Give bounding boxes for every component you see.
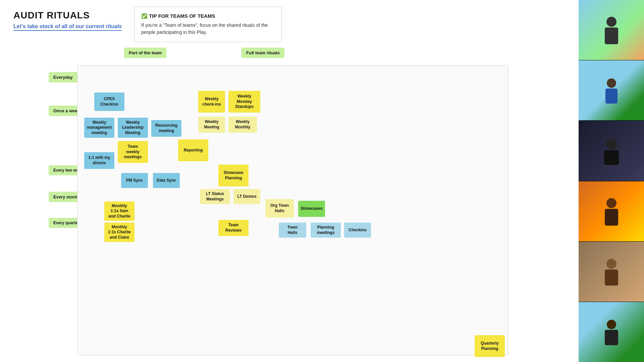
person-silhouette-1 [598,13,625,47]
person-silhouette-6 [598,315,625,349]
sticky-monthly-charlie[interactable]: Monthly 1:1s Charlie and Claire [104,223,135,242]
sticky-lt-demos[interactable]: LT Demos [233,189,260,204]
sticky-showcase-planning[interactable]: Showcase Planning [218,165,249,186]
sticky-weekly-monday[interactable]: Weekly Monday Standups [228,91,260,113]
video-bg-5 [579,242,644,302]
svg-point-2 [607,78,616,88]
row-label-everyday: Everyday [49,72,77,82]
svg-point-10 [607,320,616,329]
svg-rect-5 [604,150,619,165]
sticky-showcases[interactable]: Showcases [298,201,325,217]
sticky-quarterly-planning[interactable]: Quarterly Planning [475,335,505,357]
sticky-reporting[interactable]: Reporting [178,139,208,161]
video-bg-4 [579,181,644,241]
person-silhouette-3 [598,134,625,168]
sticky-monthly-sam[interactable]: Monthly 1:1s Sam and Charlie [104,201,135,221]
person-silhouette-4 [598,194,625,228]
svg-point-6 [606,198,616,208]
col-label-full: Full team rituals [241,48,284,58]
sticky-weekly-checkins[interactable]: Weekly check-ins [198,91,225,113]
sticky-checkins[interactable]: Checkins [344,223,371,238]
svg-rect-11 [605,330,618,345]
sticky-team-weekly[interactable]: Team weekly meetings [118,141,148,163]
sticky-pm-sync[interactable]: PM Sync [121,173,148,188]
video-cell-1 [579,0,644,60]
video-cell-2 [579,60,644,121]
sticky-team-reviews[interactable]: Team Reviews [218,220,249,236]
video-cell-4 [579,181,644,242]
sticky-data-sync[interactable]: Data Sync [153,173,180,188]
sticky-weekly-monthly[interactable]: Weekly Monthly [228,117,257,133]
sticky-weekly-leadership[interactable]: Weekly Leadership Meeting [118,118,148,138]
svg-rect-1 [605,27,618,44]
svg-rect-3 [605,88,618,104]
tip-box: ✅ TIP FOR TEAMS OF TEAMS If you're a "Te… [134,7,282,42]
tip-body: If you're a "Team of teams", focus on th… [141,22,275,36]
person-silhouette-5 [598,255,625,288]
tip-icon: ✅ [141,13,149,19]
svg-point-4 [606,139,617,149]
sticky-planning-meetings[interactable]: Planning meetings [311,223,341,238]
sticky-org-town-halls[interactable]: Org Town Halls [265,199,294,218]
sticky-town-halls[interactable]: Town Halls [279,223,306,238]
svg-point-0 [606,17,616,27]
video-bg-2 [579,60,644,120]
col-label-part: Part of the team [124,48,166,58]
sticky-lt-status[interactable]: LT Status Meetings [200,189,230,204]
video-bg-6 [579,302,644,362]
sticky-1on1[interactable]: 1:1 with my directs [84,152,114,169]
page-subtitle: Let's take stock of all of our current r… [13,23,122,31]
video-bg-3 [579,121,644,181]
sticky-weekly-mgmt[interactable]: Weekly management meeting [84,118,114,138]
svg-rect-9 [605,269,618,286]
person-silhouette-2 [598,74,625,107]
video-panel [579,0,644,362]
tip-title: ✅ TIP FOR TEAMS OF TEAMS [141,13,275,19]
video-cell-3 [579,121,644,181]
video-cell-6 [579,302,644,362]
svg-point-8 [606,259,616,269]
svg-rect-7 [605,209,618,226]
sticky-resourcing[interactable]: Resourcing meeting [151,120,181,137]
sticky-cpex[interactable]: CPEX Checkins [94,93,124,111]
video-cell-5 [579,242,644,302]
page-title: AUDIT RITUALS [13,10,565,21]
main-content: AUDIT RITUALS Let's take stock of all of… [0,0,579,362]
sticky-weekly-meeting[interactable]: Weekly Meeting [198,117,225,133]
video-bg-1 [579,0,644,60]
board-area: CPEX Checkins Weekly management meeting … [77,65,508,355]
